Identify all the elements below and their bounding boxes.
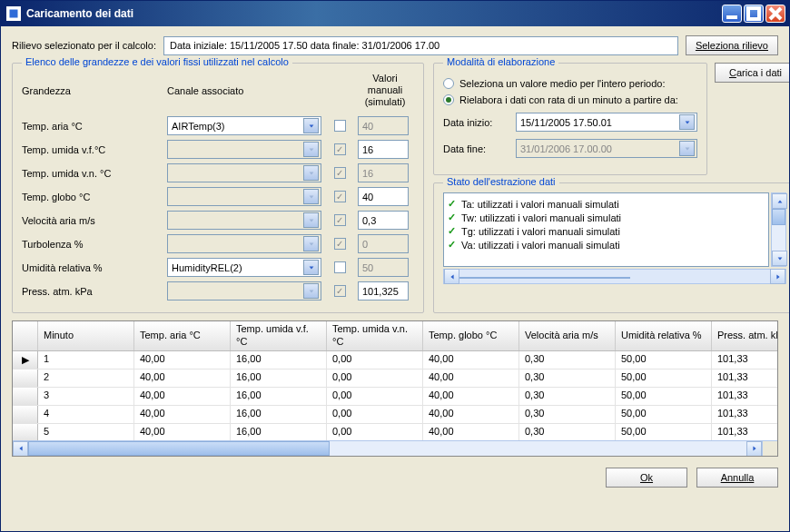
scroll-thumb[interactable] xyxy=(28,441,330,456)
table-cell[interactable]: 3 xyxy=(38,388,134,405)
manual-checkbox[interactable] xyxy=(334,261,346,273)
row-header[interactable] xyxy=(13,388,38,405)
date-start-combo[interactable]: 15/11/2005 17.50.01 xyxy=(516,113,697,132)
table-cell[interactable]: 0,00 xyxy=(327,406,423,423)
chevron-down-icon xyxy=(679,141,695,156)
table-row[interactable]: 440,0016,000,0040,000,3050,00101,33 xyxy=(13,406,777,424)
minimize-button[interactable] xyxy=(722,5,742,23)
chevron-down-icon xyxy=(303,236,319,251)
row-header[interactable] xyxy=(13,369,38,387)
table-cell[interactable]: 40,00 xyxy=(423,351,519,369)
table-cell[interactable]: 101,33 xyxy=(712,388,777,405)
chevron-down-icon[interactable] xyxy=(303,260,319,275)
scroll-right-icon[interactable] xyxy=(770,269,785,284)
table-cell[interactable]: 50,00 xyxy=(616,424,712,440)
manual-checkbox[interactable] xyxy=(334,120,346,132)
scroll-thumb[interactable] xyxy=(459,277,630,279)
table-cell[interactable]: 4 xyxy=(38,406,134,423)
table-cell[interactable]: 40,00 xyxy=(423,424,519,440)
scroll-down-icon[interactable] xyxy=(772,251,787,266)
table-cell[interactable]: 40,00 xyxy=(134,424,231,440)
table-cell[interactable]: 40,00 xyxy=(134,369,231,387)
table-cell[interactable]: 5 xyxy=(38,424,134,440)
date-end-combo: 31/01/2006 17.00.00 xyxy=(516,139,697,158)
table-cell[interactable]: 50,00 xyxy=(616,388,712,405)
table-cell[interactable]: 16,00 xyxy=(231,351,327,369)
manual-value-input[interactable]: 40 xyxy=(358,187,409,206)
table-cell[interactable]: 1 xyxy=(38,351,134,369)
table-cell[interactable]: 101,33 xyxy=(712,351,777,369)
chevron-down-icon[interactable] xyxy=(679,114,695,130)
table-cell[interactable]: 16,00 xyxy=(231,369,327,387)
table-cell[interactable]: 101,33 xyxy=(712,369,777,387)
column-header[interactable]: Press. atm. kPa xyxy=(712,321,778,350)
column-header[interactable]: Temp. aria °C xyxy=(134,321,231,350)
maximize-button[interactable] xyxy=(744,5,764,23)
table-row[interactable]: ▶140,0016,000,0040,000,3050,00101,33 xyxy=(13,351,777,369)
channel-combo[interactable]: HumidityREL(2) xyxy=(167,258,321,277)
table-cell[interactable]: 0,30 xyxy=(519,406,616,423)
table-cell[interactable]: 0,00 xyxy=(327,369,423,387)
manual-value-input[interactable]: 0,3 xyxy=(358,211,409,230)
table-cell[interactable]: 40,00 xyxy=(134,351,231,369)
select-survey-button[interactable]: Seleziona rilievo xyxy=(686,35,778,55)
table-cell[interactable]: 0,30 xyxy=(519,388,616,405)
column-header[interactable]: Temp. umida v.n. °C xyxy=(327,321,423,350)
table-cell[interactable]: 40,00 xyxy=(423,406,519,423)
data-grid-hscrollbar[interactable] xyxy=(13,440,777,456)
table-cell[interactable]: 101,33 xyxy=(712,406,777,423)
scroll-thumb[interactable] xyxy=(772,209,785,225)
mode-option-reprocess[interactable]: Rielabora i dati con rata di un minuto a… xyxy=(443,94,697,105)
scroll-left-icon[interactable] xyxy=(444,269,459,284)
table-cell[interactable]: 40,00 xyxy=(423,369,519,387)
table-cell[interactable]: 50,00 xyxy=(616,351,712,369)
row-header[interactable] xyxy=(13,424,38,440)
table-cell[interactable]: 101,33 xyxy=(712,424,777,440)
column-header[interactable]: Velocità aria m/s xyxy=(519,321,616,350)
table-cell[interactable]: 0,30 xyxy=(519,351,616,369)
chevron-down-icon[interactable] xyxy=(303,118,319,133)
manual-value-input[interactable]: 101,325 xyxy=(358,281,409,300)
table-cell[interactable]: 0,30 xyxy=(519,424,616,440)
ok-button[interactable]: Ok xyxy=(606,468,687,488)
column-header[interactable]: Umidità relativa % xyxy=(616,321,712,350)
scroll-right-icon[interactable] xyxy=(746,441,762,457)
col-grandezza: Grandezza xyxy=(22,85,167,96)
scroll-left-icon[interactable] xyxy=(13,441,28,457)
column-header[interactable]: Temp. globo °C xyxy=(423,321,519,350)
table-row[interactable]: 340,0016,000,0040,000,3050,00101,33 xyxy=(13,388,777,406)
table-cell[interactable]: 16,00 xyxy=(231,424,327,440)
table-cell[interactable]: 40,00 xyxy=(423,388,519,405)
table-row[interactable]: 240,0016,000,0040,000,3050,00101,33 xyxy=(13,369,777,388)
column-header[interactable]: Minuto xyxy=(38,321,134,350)
mode-option-average[interactable]: Seleziona un valore medio per l'intero p… xyxy=(443,78,697,89)
column-header[interactable]: Temp. umida v.f. °C xyxy=(231,321,327,350)
table-cell[interactable]: 2 xyxy=(38,369,134,387)
table-cell[interactable]: 50,00 xyxy=(616,369,712,387)
table-cell[interactable]: 40,00 xyxy=(134,406,231,423)
table-cell[interactable]: 16,00 xyxy=(231,388,327,405)
table-cell[interactable]: 0,00 xyxy=(327,424,423,440)
data-grid[interactable]: MinutoTemp. aria °CTemp. umida v.f. °CTe… xyxy=(12,320,778,457)
mode-option-average-label: Seleziona un valore medio per l'intero p… xyxy=(459,78,666,89)
status-hscrollbar[interactable] xyxy=(443,269,786,284)
close-button[interactable] xyxy=(765,5,785,23)
row-header[interactable]: ▶ xyxy=(13,351,38,369)
table-cell[interactable]: 0,30 xyxy=(519,369,616,387)
table-cell[interactable]: 0,00 xyxy=(327,351,423,369)
table-row[interactable]: 540,0016,000,0040,000,3050,00101,33 xyxy=(13,424,777,440)
table-cell[interactable]: 50,00 xyxy=(616,406,712,423)
radio-average[interactable] xyxy=(443,78,454,89)
scroll-up-icon[interactable] xyxy=(772,193,787,209)
table-cell[interactable]: 0,00 xyxy=(327,388,423,405)
status-vscrollbar[interactable] xyxy=(771,192,786,267)
table-cell[interactable]: 40,00 xyxy=(134,388,231,405)
channel-combo[interactable]: AIRTemp(3) xyxy=(167,116,321,135)
manual-value-input[interactable]: 16 xyxy=(358,140,409,159)
quantity-label: Temp. umida v.f.°C xyxy=(22,144,167,155)
cancel-button[interactable]: Annulla xyxy=(696,468,778,488)
row-header[interactable] xyxy=(13,406,38,423)
load-data-button[interactable]: Carica i dati xyxy=(715,63,789,83)
radio-reprocess[interactable] xyxy=(443,94,454,105)
table-cell[interactable]: 16,00 xyxy=(231,406,327,423)
